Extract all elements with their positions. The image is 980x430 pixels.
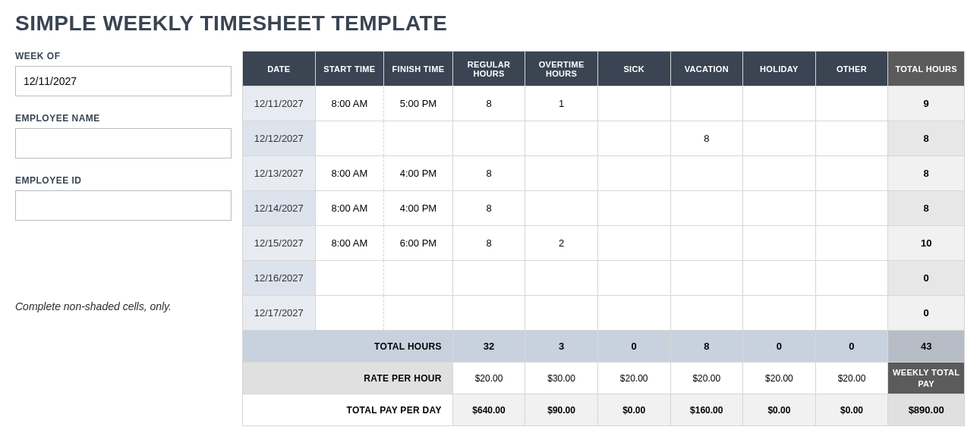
finish-time-cell[interactable] xyxy=(384,261,453,296)
employee-id-label: EMPLOYEE ID xyxy=(15,175,232,186)
start-time-cell[interactable] xyxy=(315,121,384,156)
holiday-cell[interactable] xyxy=(743,86,816,121)
regular-cell[interactable]: 8 xyxy=(452,226,525,261)
regular-cell[interactable] xyxy=(452,296,525,331)
date-cell: 12/15/2027 xyxy=(243,226,316,261)
vacation-cell[interactable] xyxy=(670,191,743,226)
date-cell: 12/12/2027 xyxy=(243,121,316,156)
finish-time-cell[interactable]: 4:00 PM xyxy=(384,191,453,226)
vacation-cell[interactable] xyxy=(670,296,743,331)
total-hours-row: TOTAL HOURS 32 3 0 8 0 0 43 xyxy=(243,331,965,363)
employee-id-input[interactable] xyxy=(15,190,232,221)
holiday-cell[interactable] xyxy=(743,156,816,191)
holiday-cell[interactable] xyxy=(743,226,816,261)
total-pay-row: TOTAL PAY PER DAY $640.00 $90.00 $0.00 $… xyxy=(243,394,965,426)
vacation-cell[interactable] xyxy=(670,86,743,121)
finish-time-cell[interactable]: 5:00 PM xyxy=(384,86,453,121)
employee-name-label: EMPLOYEE NAME xyxy=(15,113,232,124)
holiday-cell[interactable] xyxy=(743,296,816,331)
other-cell[interactable] xyxy=(815,296,888,331)
col-finish: FINISH TIME xyxy=(384,52,453,86)
table-row: 12/17/20270 xyxy=(243,296,965,331)
start-time-cell[interactable] xyxy=(315,296,384,331)
total-hours-reg: 32 xyxy=(452,331,525,363)
overtime-cell[interactable] xyxy=(525,156,598,191)
employee-name-input[interactable] xyxy=(15,128,232,159)
col-other: OTHER xyxy=(815,52,888,86)
overtime-cell[interactable] xyxy=(525,296,598,331)
table-header-row: DATE START TIME FINISH TIME REGULAR HOUR… xyxy=(243,52,965,86)
vacation-cell[interactable] xyxy=(670,261,743,296)
regular-cell[interactable]: 8 xyxy=(452,156,525,191)
col-total: TOTAL HOURS xyxy=(888,52,965,86)
col-holiday: HOLIDAY xyxy=(743,52,816,86)
finish-time-cell[interactable] xyxy=(384,121,453,156)
holiday-cell[interactable] xyxy=(743,261,816,296)
regular-cell[interactable]: 8 xyxy=(452,86,525,121)
week-of-input[interactable] xyxy=(15,66,232,96)
rate-other[interactable]: $20.00 xyxy=(815,363,888,394)
sick-cell[interactable] xyxy=(597,296,670,331)
date-cell: 12/17/2027 xyxy=(243,296,316,331)
total-pay-ot: $90.00 xyxy=(525,394,598,426)
page-title: SIMPLE WEEKLY TIMESHEET TEMPLATE xyxy=(15,11,965,36)
weekly-total-pay: $890.00 xyxy=(888,394,965,426)
other-cell[interactable] xyxy=(815,86,888,121)
sick-cell[interactable] xyxy=(597,191,670,226)
vacation-cell[interactable]: 8 xyxy=(670,121,743,156)
holiday-cell[interactable] xyxy=(743,121,816,156)
table-row: 12/15/20278:00 AM6:00 PM8210 xyxy=(243,226,965,261)
vacation-cell[interactable] xyxy=(670,156,743,191)
col-regular: REGULAR HOURS xyxy=(452,52,525,86)
finish-time-cell[interactable]: 4:00 PM xyxy=(384,156,453,191)
col-vacation: VACATION xyxy=(670,52,743,86)
other-cell[interactable] xyxy=(815,226,888,261)
regular-cell[interactable]: 8 xyxy=(452,191,525,226)
overtime-cell[interactable] xyxy=(525,121,598,156)
regular-cell[interactable] xyxy=(452,261,525,296)
row-total-cell: 0 xyxy=(888,261,965,296)
total-hours-ot: 3 xyxy=(525,331,598,363)
start-time-cell[interactable]: 8:00 AM xyxy=(315,156,384,191)
vacation-cell[interactable] xyxy=(670,226,743,261)
overtime-cell[interactable] xyxy=(525,191,598,226)
col-start: START TIME xyxy=(315,52,384,86)
overtime-cell[interactable]: 1 xyxy=(525,86,598,121)
regular-cell[interactable] xyxy=(452,121,525,156)
sick-cell[interactable] xyxy=(597,226,670,261)
sick-cell[interactable] xyxy=(597,86,670,121)
other-cell[interactable] xyxy=(815,121,888,156)
rate-row: RATE PER HOUR $20.00 $30.00 $20.00 $20.0… xyxy=(243,363,965,394)
other-cell[interactable] xyxy=(815,191,888,226)
rate-vac[interactable]: $20.00 xyxy=(670,363,743,394)
sick-cell[interactable] xyxy=(597,121,670,156)
rate-ot[interactable]: $30.00 xyxy=(525,363,598,394)
total-hours-sick: 0 xyxy=(597,331,670,363)
sick-cell[interactable] xyxy=(597,156,670,191)
holiday-cell[interactable] xyxy=(743,191,816,226)
start-time-cell[interactable]: 8:00 AM xyxy=(315,226,384,261)
start-time-cell[interactable]: 8:00 AM xyxy=(315,86,384,121)
other-cell[interactable] xyxy=(815,261,888,296)
timesheet-table: DATE START TIME FINISH TIME REGULAR HOUR… xyxy=(242,51,965,426)
sick-cell[interactable] xyxy=(597,261,670,296)
weekly-total-pay-label: WEEKLY TOTAL PAY xyxy=(888,363,965,394)
rate-hol[interactable]: $20.00 xyxy=(743,363,816,394)
overtime-cell[interactable] xyxy=(525,261,598,296)
finish-time-cell[interactable] xyxy=(384,296,453,331)
rate-reg[interactable]: $20.00 xyxy=(452,363,525,394)
overtime-cell[interactable]: 2 xyxy=(525,226,598,261)
row-total-cell: 10 xyxy=(888,226,965,261)
start-time-cell[interactable] xyxy=(315,261,384,296)
other-cell[interactable] xyxy=(815,156,888,191)
finish-time-cell[interactable]: 6:00 PM xyxy=(384,226,453,261)
date-cell: 12/13/2027 xyxy=(243,156,316,191)
instruction-text: Complete non-shaded cells, only. xyxy=(15,300,232,312)
total-hours-other: 0 xyxy=(815,331,888,363)
sidebar: WEEK OF EMPLOYEE NAME EMPLOYEE ID Comple… xyxy=(15,51,232,426)
start-time-cell[interactable]: 8:00 AM xyxy=(315,191,384,226)
rate-sick[interactable]: $20.00 xyxy=(597,363,670,394)
col-date: DATE xyxy=(243,52,316,86)
total-pay-vac: $160.00 xyxy=(670,394,743,426)
total-pay-hol: $0.00 xyxy=(743,394,816,426)
